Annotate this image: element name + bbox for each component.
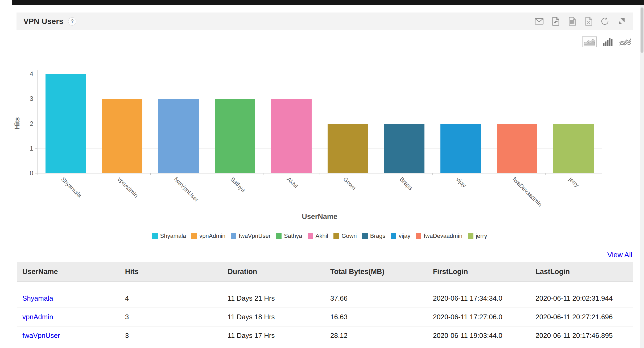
top-chrome-bar <box>12 0 644 5</box>
x-tick-mark <box>263 173 263 175</box>
y-axis-line <box>37 70 38 173</box>
username-link[interactable]: Shyamala <box>22 294 53 302</box>
column-header-firstlogin: FirstLogin <box>428 262 530 282</box>
legend-swatch <box>308 233 313 239</box>
table-row: vpnAdmin311 Days 18 Hrs16.632020-06-11 1… <box>17 308 633 326</box>
view-all-link[interactable]: View All <box>607 251 632 259</box>
widget-toolbar <box>534 16 626 26</box>
table-cell: 3 <box>120 308 222 326</box>
table-cell: 2020-06-11 19:03:44.0 <box>428 326 530 345</box>
bar-jerry[interactable] <box>553 124 594 173</box>
y-tick-label: 2 <box>30 120 33 127</box>
table-spacer-row <box>17 282 633 289</box>
x-tick-mark <box>602 173 602 175</box>
bar-Shyamala[interactable] <box>46 74 86 173</box>
y-tick-label: 0 <box>30 169 33 177</box>
legend-swatch <box>231 233 236 239</box>
legend-item-Sathya[interactable]: Sathya <box>276 233 302 239</box>
x-axis-title: UserName <box>302 213 337 221</box>
x-tick-mark <box>94 173 94 175</box>
cell-username: vpnAdmin <box>17 308 120 326</box>
legend-item-Gowri[interactable]: Gowri <box>333 233 357 239</box>
table-cell: 2020-06-11 20:27:21.696 <box>530 308 633 326</box>
legend-label: Sathya <box>284 233 302 239</box>
line-chart-icon[interactable] <box>619 38 631 46</box>
x-tick-mark <box>150 173 151 175</box>
x-category-label: vpnAdmin <box>122 177 148 184</box>
legend-label: Brags <box>370 233 385 239</box>
legend-label: fwaDevaadmin <box>424 233 463 239</box>
bar-Akhil[interactable] <box>271 99 312 173</box>
table-cell: 2020-06-11 20:17:46.895 <box>530 326 633 345</box>
column-header-hits: Hits <box>120 262 222 282</box>
legend-swatch <box>468 233 473 239</box>
plot-area: 01234ShyamalavpnAdminfwaVpnUserSathyaAkh… <box>38 74 602 173</box>
x-category-label: Akhil <box>291 177 304 184</box>
bar-chart-icon[interactable] <box>602 37 613 46</box>
legend-item-fwaVpnUser[interactable]: fwaVpnUser <box>231 233 271 239</box>
resize-icon[interactable] <box>617 16 626 26</box>
table-cell: 16.63 <box>325 308 428 326</box>
help-button[interactable]: ? <box>68 17 76 26</box>
legend-item-fwaDevaadmin[interactable]: fwaDevaadmin <box>416 233 463 239</box>
legend-swatch <box>191 233 197 239</box>
email-icon[interactable] <box>534 16 544 26</box>
legend-item-vijay[interactable]: vijay <box>391 233 410 239</box>
cell-username: fwaVpnUser <box>17 326 120 345</box>
vpn-users-table: UserNameHitsDurationTotal Bytes(MB)First… <box>17 262 633 345</box>
refresh-icon[interactable] <box>600 16 610 26</box>
x-category-label: Sathya <box>235 177 253 184</box>
chart-type-switcher <box>582 36 631 47</box>
x-category-label: fwaVpnUser <box>179 177 210 184</box>
table-cell: 2020-06-11 17:27:06.0 <box>428 308 530 326</box>
scrollbar-thumb[interactable] <box>641 7 643 53</box>
x-tick-mark <box>376 173 376 175</box>
legend-swatch <box>362 233 368 239</box>
table-row: fwaVpnUser311 Days 17 Hrs28.122020-06-11… <box>17 326 633 345</box>
table-cell: 11 Days 21 Hrs <box>222 289 325 308</box>
x-category-label: fwaDevaadmin <box>517 177 556 184</box>
bar-Brags[interactable] <box>384 124 424 173</box>
table-cell: 4 <box>120 289 222 308</box>
csv-export-icon[interactable] <box>567 16 577 26</box>
x-tick-mark <box>432 173 433 175</box>
bar-vijay[interactable] <box>440 124 481 173</box>
y-tick-mark <box>35 99 38 99</box>
x-category-label: jerry <box>573 177 585 184</box>
column-header-duration: Duration <box>222 262 325 282</box>
legend-swatch <box>276 233 282 239</box>
x-tick-mark <box>545 173 546 175</box>
xls-export-icon[interactable] <box>584 16 593 26</box>
table-cell: 3 <box>120 326 222 345</box>
bar-Gowri[interactable] <box>328 124 368 173</box>
legend-item-Shyamala[interactable]: Shyamala <box>152 233 186 239</box>
legend-label: jerry <box>476 233 487 239</box>
legend-label: Akhil <box>316 233 328 239</box>
bar-fwaDevaadmin[interactable] <box>497 124 537 173</box>
table-cell: 2020-06-11 20:02:31.944 <box>530 289 633 308</box>
column-header-lastlogin: LastLogin <box>530 262 633 282</box>
table-row: Shyamala411 Days 21 Hrs37.662020-06-11 1… <box>17 289 633 308</box>
column-header-username: UserName <box>17 262 120 282</box>
bar-Sathya[interactable] <box>215 99 255 173</box>
username-link[interactable]: fwaVpnUser <box>22 332 60 339</box>
x-category-label: Gowri <box>348 177 363 184</box>
y-tick-label: 4 <box>30 70 33 78</box>
bar-fwaVpnUser[interactable] <box>158 99 199 173</box>
area-chart-icon[interactable] <box>582 36 597 47</box>
pdf-export-icon[interactable] <box>551 16 560 26</box>
table-header-row: UserNameHitsDurationTotal Bytes(MB)First… <box>17 262 633 282</box>
legend-item-jerry[interactable]: jerry <box>468 233 487 239</box>
widget-header: VPN Users ? <box>16 13 633 30</box>
y-tick-mark <box>35 148 38 149</box>
legend-item-Akhil[interactable]: Akhil <box>308 233 328 239</box>
y-tick-label: 3 <box>30 95 33 102</box>
legend-item-Brags[interactable]: Brags <box>362 233 385 239</box>
legend-swatch <box>416 233 421 239</box>
legend-item-vpnAdmin[interactable]: vpnAdmin <box>191 233 225 239</box>
chart-legend: ShyamalavpnAdminfwaVpnUserSathyaAkhilGow… <box>38 233 602 239</box>
x-category-label: vijay <box>461 177 472 184</box>
page-scrollbar[interactable] <box>640 5 644 348</box>
bar-vpnAdmin[interactable] <box>102 99 142 173</box>
username-link[interactable]: vpnAdmin <box>22 313 53 321</box>
